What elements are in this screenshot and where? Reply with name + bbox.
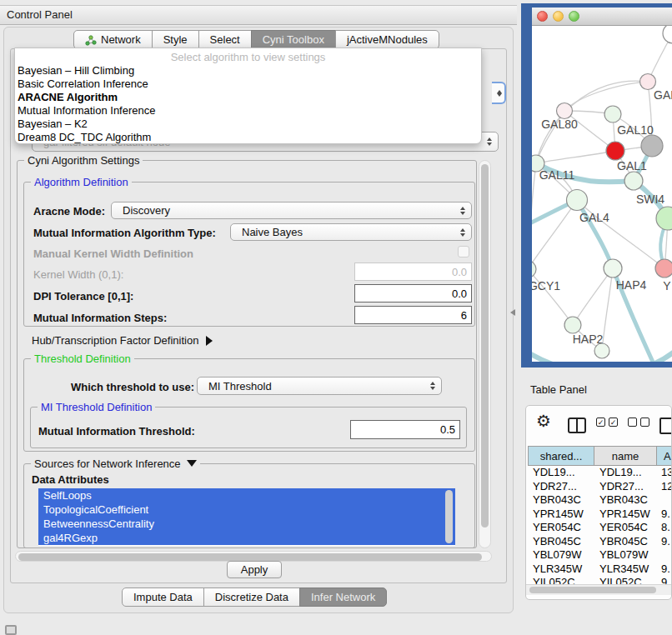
dropdown-item[interactable]: ARACNE Algorithm xyxy=(15,91,481,104)
control-panel-titlebar xyxy=(0,5,517,25)
tab[interactable]: Discretize Data xyxy=(203,588,300,607)
combo-arrows-icon xyxy=(497,90,502,97)
column-header[interactable]: A xyxy=(656,446,672,466)
cell-value: 9. xyxy=(659,562,672,577)
aracne-mode-label: Aracne Mode: xyxy=(33,205,105,218)
mi-type-combo[interactable]: Naive Bayes xyxy=(230,223,472,241)
network-node[interactable] xyxy=(567,190,588,211)
close-window-icon[interactable] xyxy=(537,11,548,22)
zoom-window-icon[interactable] xyxy=(569,11,579,22)
dropdown-item[interactable]: Bayesian – Hill Climbing xyxy=(15,64,481,78)
aracne-mode-combo[interactable]: Discovery xyxy=(111,202,472,219)
list-scrollbar-thumb[interactable] xyxy=(445,490,453,543)
mi-steps-field[interactable]: 6 xyxy=(354,306,472,324)
table-row[interactable]: YER054C YER054C 8. xyxy=(529,521,672,535)
dropdown-item[interactable]: Mutual Information Inference xyxy=(15,104,481,118)
table-row[interactable]: YDL19... YDL19... 13 xyxy=(529,466,672,480)
attribute-item[interactable]: BetweennessCentrality xyxy=(38,517,455,531)
cyni-settings-title: Cyni Algorithm Settings xyxy=(24,154,143,167)
unchecked-checkbox-icon xyxy=(640,418,649,427)
cell-name: YER054C xyxy=(595,521,659,535)
apply-button[interactable]: Apply xyxy=(227,561,282,578)
tab[interactable]: Cyni Toolbox xyxy=(251,30,336,49)
mi-threshold-title: MI Threshold Definition xyxy=(38,401,155,413)
table-horizontal-scrollbar-thumb[interactable] xyxy=(529,587,656,593)
checked-checkbox-icon: ✓ xyxy=(609,418,618,427)
vertical-scrollbar[interactable] xyxy=(479,160,491,548)
network-node[interactable] xyxy=(640,74,656,90)
mi-threshold-field[interactable]: 0.5 xyxy=(350,420,460,439)
minimize-window-icon[interactable] xyxy=(553,11,564,22)
table-row[interactable]: YBR045C YBR045C 9. xyxy=(529,535,672,549)
attribute-item[interactable]: gal4RGexp xyxy=(38,531,455,545)
select-all-columns-icon[interactable]: ✓ ✓ xyxy=(596,418,618,427)
sources-title-text: Sources for Network Inference xyxy=(34,458,181,470)
network-node-label: GAL11 xyxy=(539,168,575,182)
splitter-collapse-icon[interactable] xyxy=(510,309,515,316)
table-row[interactable]: YDR27... YDR27... 12 xyxy=(529,480,672,494)
cell-value: 13 xyxy=(659,466,672,480)
tab[interactable]: Network xyxy=(73,30,153,49)
network-node[interactable] xyxy=(594,343,609,358)
network-window: GALGAL80GAL10GAL1GAL11SWI4GAL4GCY1HAP4YH… xyxy=(532,8,672,362)
network-node[interactable] xyxy=(624,172,643,190)
dropdown-item[interactable]: Dream8 DC_TDC Algorithm xyxy=(15,131,481,144)
tab-label: Impute Data xyxy=(133,591,193,603)
network-svg[interactable]: GALGAL80GAL10GAL1GAL11SWI4GAL4GCY1HAP4YH… xyxy=(532,26,672,362)
network-canvas[interactable]: GALGAL80GAL10GAL1GAL11SWI4GAL4GCY1HAP4YH… xyxy=(532,26,672,362)
network-node[interactable] xyxy=(655,259,672,278)
expand-arrow-icon[interactable] xyxy=(206,336,213,346)
network-node-label: GAL1 xyxy=(617,159,647,172)
table-row[interactable]: YBL079W YBL079W xyxy=(529,548,672,562)
cell-value xyxy=(659,548,672,562)
gear-icon[interactable]: ⚙ xyxy=(536,411,551,431)
focused-combo-fragment[interactable] xyxy=(492,82,506,104)
network-node[interactable] xyxy=(656,207,672,230)
network-node[interactable] xyxy=(606,142,624,160)
network-node[interactable] xyxy=(557,103,573,119)
tab[interactable]: Infer Network xyxy=(299,588,387,607)
table-horizontal-scrollbar[interactable] xyxy=(526,584,672,595)
network-node[interactable] xyxy=(641,135,663,157)
table-row[interactable]: YBR043C YBR043C xyxy=(529,493,672,508)
tab[interactable]: Select xyxy=(198,30,252,49)
network-node[interactable] xyxy=(604,106,621,122)
network-node[interactable] xyxy=(532,261,536,278)
kernel-width-field[interactable]: 0.0 xyxy=(354,262,472,281)
network-node[interactable] xyxy=(604,259,622,278)
dpi-tolerance-field[interactable]: 0.0 xyxy=(354,284,472,302)
attribute-item[interactable]: SelfLoops xyxy=(38,488,455,502)
table-row[interactable]: YLR345W YLR345W 9. xyxy=(529,562,672,577)
column-layout-icon[interactable] xyxy=(568,418,586,433)
table-row[interactable]: YIL052C YIL052C 9 xyxy=(529,576,672,584)
cell-name: YDL19... xyxy=(595,466,659,480)
vertical-scrollbar-thumb[interactable] xyxy=(481,164,489,528)
mi-steps-value: 6 xyxy=(461,309,467,322)
network-node[interactable] xyxy=(663,26,672,43)
which-threshold-combo[interactable]: MI Threshold xyxy=(197,377,442,395)
network-window-titlebar xyxy=(532,8,672,26)
collapsed-panel-icon[interactable] xyxy=(5,625,17,635)
cell-name: YLR345W xyxy=(595,562,659,577)
data-attributes-list[interactable]: SelfLoops TopologicalCoefficient Between… xyxy=(38,488,455,546)
dropdown-item[interactable]: Bayesian – K2 xyxy=(15,118,481,131)
column-header-label: name xyxy=(612,450,639,462)
table-row[interactable]: YPR145W YPR145W 9. xyxy=(529,508,672,522)
deselect-all-columns-icon[interactable] xyxy=(628,418,649,427)
column-header[interactable]: shared... xyxy=(528,446,594,466)
attribute-item[interactable]: TopologicalCoefficient xyxy=(38,502,455,517)
network-node[interactable] xyxy=(564,317,581,333)
tab[interactable]: Style xyxy=(152,30,199,49)
tab-label: Style xyxy=(163,33,188,46)
tab[interactable]: jActiveMNodules xyxy=(335,30,439,49)
tab[interactable]: Impute Data xyxy=(122,588,204,607)
horizontal-scrollbar-thumb[interactable] xyxy=(18,553,482,561)
table-function-icon[interactable] xyxy=(659,418,672,434)
hub-definition-toggle[interactable]: Hub/Transcription Factor Definition xyxy=(32,334,213,347)
mi-threshold-value: 0.5 xyxy=(440,423,455,436)
manual-kernel-checkbox[interactable] xyxy=(458,246,469,258)
cell-shared-name: YBL079W xyxy=(529,548,595,562)
collapse-arrow-icon[interactable] xyxy=(187,460,197,467)
column-header[interactable]: name xyxy=(594,446,657,466)
dropdown-item[interactable]: Basic Correlation Inference xyxy=(15,78,481,91)
